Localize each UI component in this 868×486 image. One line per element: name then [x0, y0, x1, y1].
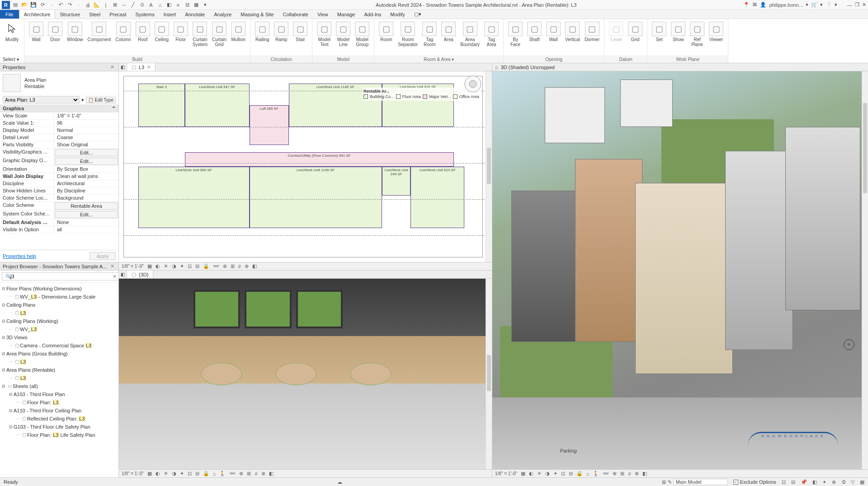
tree-toggle-icon[interactable]: ⊟: [8, 423, 14, 431]
property-value[interactable]: 96: [54, 120, 118, 126]
walk-icon[interactable]: 🚶: [219, 471, 226, 477]
curtain-grid-tool[interactable]: ▢Curtain Grid: [210, 21, 228, 48]
paint-icon[interactable]: ◧: [642, 471, 647, 477]
close-icon[interactable]: ✕: [109, 64, 116, 70]
ribbon-tab-add-ins[interactable]: Add-Ins: [359, 10, 386, 19]
shadows-icon[interactable]: ◑: [172, 263, 176, 269]
switchwin-icon[interactable]: ▦: [193, 1, 200, 9]
curtain-system-tool[interactable]: ▢Curtain System: [191, 21, 209, 48]
ribbon-min-icon[interactable]: ▢▾: [410, 10, 426, 19]
revit-logo[interactable]: R: [2, 1, 10, 9]
ribbon-tab-annotate[interactable]: Annotate: [180, 10, 209, 19]
text-icon[interactable]: A: [147, 1, 155, 9]
line-icon[interactable]: ╱: [129, 1, 137, 9]
room-separator-tool[interactable]: ▢Room Separator: [396, 21, 420, 48]
default3d-icon[interactable]: ⌂: [156, 1, 164, 9]
wall-tool[interactable]: ▢Wall: [544, 21, 562, 43]
property-row[interactable]: Default Analysis Di...None: [0, 219, 118, 226]
ribbon-tab-systems[interactable]: Systems: [131, 10, 159, 19]
railing-tool[interactable]: ▢Railing: [253, 21, 271, 43]
plan-view-tab[interactable]: ▢ L3 ✕: [127, 63, 156, 71]
grid-icon[interactable]: #: [628, 471, 631, 477]
paint-icon[interactable]: ◧: [269, 471, 274, 477]
close-icon[interactable]: ✕: [147, 65, 151, 70]
vertical-scrollbar[interactable]: [486, 279, 492, 469]
grid-tool[interactable]: ▢Grid: [626, 21, 644, 43]
undo-icon[interactable]: ↶: [57, 1, 64, 9]
property-row[interactable]: Display ModelNormal: [0, 127, 118, 134]
detail-icon[interactable]: ▦: [147, 263, 152, 269]
select-underlay-icon[interactable]: ⊟: [791, 479, 795, 485]
user-icon[interactable]: 👤: [760, 2, 766, 8]
sun-icon[interactable]: ☀: [537, 471, 542, 477]
property-value[interactable]: Background: [54, 195, 118, 201]
scale-label[interactable]: 1/8" = 1'-0": [122, 471, 144, 476]
property-value[interactable]: Show Original: [54, 141, 118, 148]
properties-help-link[interactable]: Properties help: [3, 253, 36, 259]
property-row[interactable]: Parts VisibilityShow Original: [0, 141, 118, 149]
property-row[interactable]: Visible In Optionall: [0, 226, 118, 234]
aerial-view-tab[interactable]: ⌂ 3D (Shaded) Uncropped: [492, 63, 868, 71]
stair-tool[interactable]: ▢Stair: [291, 21, 309, 43]
scale-label[interactable]: 1/8" = 1'-0": [495, 471, 517, 476]
scale-label[interactable]: 1/8" = 1'-0": [122, 264, 144, 269]
close-icon[interactable]: ✕: [109, 263, 116, 269]
tree-node[interactable]: ⊟G103 - Third Floor Life Safety Plan: [1, 423, 118, 431]
property-value[interactable]: 1/8" = 1'-0": [54, 112, 118, 119]
dimension-icon[interactable]: ↔: [120, 1, 127, 9]
property-row[interactable]: Visibility/Graphics ...Edit...: [0, 149, 118, 157]
threed-canvas[interactable]: [119, 279, 492, 469]
property-row[interactable]: Scale Value 1:96: [0, 120, 118, 127]
model-line-tool[interactable]: ▢Model Line: [334, 21, 352, 48]
exclude-checkbox[interactable]: ✓: [733, 480, 738, 485]
vertical-tool[interactable]: ▢Vertical: [563, 21, 582, 43]
tree-node[interactable]: ⋯▢Camera - Commercial Space L3: [1, 341, 118, 350]
property-value[interactable]: Coarse: [54, 134, 118, 141]
tree-node[interactable]: ⋯▢WV_L3 - Dimensions Large Scale: [1, 293, 118, 301]
crop-visible-icon[interactable]: ⊟: [195, 471, 199, 477]
tree-node[interactable]: ⊟Ceiling Plans (Working): [1, 317, 118, 325]
floor-tool[interactable]: ▢Floor: [172, 21, 190, 43]
drag-icon[interactable]: ✦: [822, 479, 826, 485]
plan-room[interactable]: Live/Work Unit 885 SF: [138, 167, 250, 228]
filter-icon[interactable]: ▾: [81, 97, 84, 103]
save-icon[interactable]: 💾: [30, 1, 37, 9]
select-dropdown[interactable]: Select ▾: [0, 56, 24, 63]
file-tab[interactable]: File: [0, 10, 19, 19]
search-marker-icon[interactable]: 📍: [743, 2, 750, 8]
column-tool[interactable]: ▢Column: [113, 21, 132, 43]
property-row[interactable]: Detail LevelCoarse: [0, 134, 118, 141]
maximize-button[interactable]: ❐: [855, 2, 859, 8]
model-text-tool[interactable]: ▢Model Text: [315, 21, 333, 48]
mullion-tool[interactable]: ▢Mullion: [229, 21, 247, 43]
property-row[interactable]: Show Hidden LinesBy Discipline: [0, 187, 118, 195]
properties-category[interactable]: Graphics ⌃: [0, 105, 118, 112]
user-name[interactable]: philippe.bonn...: [769, 2, 803, 8]
reveal-icon[interactable]: ⊕: [239, 471, 243, 477]
visual-style-icon[interactable]: ◐: [156, 263, 160, 269]
window-tool[interactable]: ▢Window: [65, 21, 85, 43]
ribbon-tab-collaborate[interactable]: Collaborate: [278, 10, 313, 19]
tag-room-tool[interactable]: ▢Tag Room: [420, 21, 439, 48]
tree-toggle-icon[interactable]: ⊟: [1, 317, 6, 325]
aerial-canvas[interactable]: S N O W D O N P L A C E Parking N: [492, 71, 868, 469]
shaft-tool[interactable]: ▢Shaft: [525, 21, 543, 43]
ceiling-tool[interactable]: ▢Ceiling: [153, 21, 171, 43]
type-selector[interactable]: Area Plan Rentable: [0, 71, 118, 95]
area-tool[interactable]: ▢Area: [439, 21, 458, 43]
link-icon[interactable]: ⊗: [635, 471, 639, 477]
property-edit-button[interactable]: Rentable Area: [55, 202, 118, 210]
tree-node[interactable]: ⊟A110 - Third Floor Ceiling Plan: [1, 407, 118, 415]
sync-icon[interactable]: ⟳: [39, 1, 46, 9]
crop-icon[interactable]: ⊡: [561, 471, 565, 477]
visual-style-icon[interactable]: ◐: [529, 471, 533, 477]
tree-node[interactable]: ⋯▢Reflected Ceiling Plan: L3: [1, 415, 118, 423]
component-tool[interactable]: ▢Component: [86, 21, 113, 43]
select-pinned-icon[interactable]: 📌: [801, 479, 807, 485]
open-icon[interactable]: 📂: [21, 1, 28, 9]
worksets-dropdown[interactable]: Main Model: [674, 479, 728, 485]
tree-node[interactable]: ⊟▭Sheets (all): [1, 382, 118, 390]
area-boundary-tool[interactable]: ▢Area Boundary: [458, 21, 481, 48]
detail-icon[interactable]: ▦: [521, 471, 525, 477]
share-icon[interactable]: ⌘: [752, 2, 757, 8]
